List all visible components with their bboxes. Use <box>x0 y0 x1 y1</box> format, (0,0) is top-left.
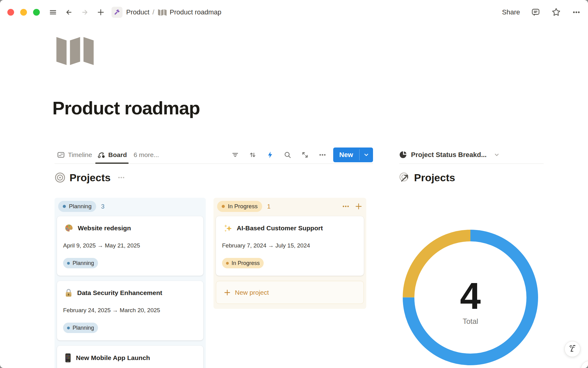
new-button-label: New <box>333 148 359 162</box>
mobile-phone-icon <box>64 353 72 363</box>
board-column-planning: Planning 3 Website redesign April 9, 202… <box>55 198 206 368</box>
project-card-data-security[interactable]: Data Security Enhancement February 24, 2… <box>57 281 203 340</box>
new-tab-icon[interactable] <box>96 7 106 17</box>
card-status-tag: Planning <box>63 323 98 333</box>
project-card-website-redesign[interactable]: Website redesign April 9, 2025 → May 21,… <box>57 216 203 276</box>
project-card-mobile-app[interactable]: New Mobile App Launch May 1, 2025 → May … <box>57 346 203 368</box>
status-dot <box>63 205 66 208</box>
card-status-tag: Planning <box>63 258 98 268</box>
back-icon[interactable] <box>64 7 74 17</box>
map-icon-small <box>158 9 167 16</box>
column-header-actions <box>342 202 363 210</box>
card-date-range: April 9, 2025 → May 21, 2025 <box>63 242 197 249</box>
group-label: In Progress <box>228 203 258 210</box>
lock-icon <box>64 288 73 297</box>
card-title: Website redesign <box>78 224 131 232</box>
card-status-label: In Progress <box>232 260 260 266</box>
automations-lightning-icon[interactable] <box>266 151 274 159</box>
chart-view-selector-label: Project Status Breakd... <box>411 151 487 159</box>
card-status-label: Planning <box>73 325 94 331</box>
floating-button-partial[interactable] <box>581 361 588 368</box>
zoom-button[interactable] <box>33 9 40 16</box>
notion-ai-face-button[interactable] <box>564 341 580 357</box>
tab-board-label: Board <box>108 151 127 159</box>
ai-face-icon <box>568 344 577 354</box>
share-button[interactable]: Share <box>502 8 520 16</box>
workspace-icon[interactable] <box>111 7 123 18</box>
status-dot <box>67 262 70 265</box>
new-button-chevron-down-icon[interactable] <box>360 148 373 162</box>
topbar-actions: Share <box>502 7 581 17</box>
chart-selector-chevron-down-icon <box>493 151 500 158</box>
sparkles-icon <box>223 224 232 233</box>
page-title[interactable]: Product roadmap <box>52 98 200 119</box>
card-title: New Mobile App Launch <box>76 354 150 362</box>
card-date-range: February 7, 2024 → July 15, 2024 <box>222 242 358 249</box>
close-button[interactable] <box>7 9 14 16</box>
card-title: Data Security Enhancement <box>77 289 162 297</box>
favorite-star-icon[interactable] <box>551 7 561 17</box>
column-header-in-progress: In Progress 1 <box>216 200 364 213</box>
linked-target-arrow-icon <box>399 172 410 183</box>
group-pill-in-progress[interactable]: In Progress <box>217 201 262 212</box>
chart-section-title: Projects <box>414 172 455 184</box>
timeline-view-icon <box>57 151 65 159</box>
chart-section-header: Projects <box>399 171 455 185</box>
status-dot <box>222 205 225 208</box>
artist-palette-icon <box>64 224 74 233</box>
card-date-range: February 24, 2025 → March 20, 2025 <box>63 307 197 314</box>
view-actions <box>231 151 326 159</box>
chart-toolbar: Project Status Breakd... <box>399 146 544 164</box>
target-icon <box>55 172 66 183</box>
sidebar-toggle-icon[interactable] <box>48 7 58 17</box>
view-toolbar: Timeline Board 6 more... <box>55 146 373 164</box>
chart-view-selector[interactable]: Project Status Breakd... <box>399 151 500 159</box>
column-count: 3 <box>101 203 104 210</box>
more-views-link[interactable]: 6 more... <box>134 151 159 159</box>
column-more-options-icon[interactable] <box>342 202 350 210</box>
board-section-menu-icon[interactable] <box>118 174 125 181</box>
card-status-tag: In Progress <box>222 258 264 268</box>
minimize-button[interactable] <box>20 9 27 16</box>
board-column-in-progress: In Progress 1 AI-Based Customer Suppor <box>213 198 366 309</box>
group-label: Planning <box>69 203 92 210</box>
card-status-label: Planning <box>73 260 94 266</box>
view-more-options-icon[interactable] <box>318 151 326 159</box>
breadcrumb-root[interactable]: Product <box>126 8 149 16</box>
pie-chart-icon <box>399 151 407 159</box>
search-icon[interactable] <box>284 151 292 159</box>
more-options-icon[interactable] <box>572 8 581 17</box>
board-section-title: Projects <box>70 172 111 184</box>
project-card-ai-support[interactable]: AI-Based Customer Support February 7, 20… <box>216 216 364 276</box>
tab-timeline-label: Timeline <box>68 151 92 159</box>
hammer-icon <box>114 9 120 16</box>
plus-icon <box>224 289 231 296</box>
tab-timeline[interactable]: Timeline <box>55 146 95 163</box>
window-topbar: Product / Product roadmap Share <box>0 0 588 25</box>
card-title: AI-Based Customer Support <box>237 224 323 232</box>
page-icon-map[interactable] <box>56 36 94 65</box>
group-pill-planning[interactable]: Planning <box>58 201 96 212</box>
breadcrumb-current[interactable]: Product roadmap <box>170 8 221 16</box>
status-dot <box>67 327 70 329</box>
tab-board[interactable]: Board <box>95 146 130 163</box>
filter-icon[interactable] <box>231 151 239 159</box>
notion-window: Product / Product roadmap Share <box>0 0 588 368</box>
new-button[interactable]: New <box>333 148 373 162</box>
column-add-card-icon[interactable] <box>355 202 363 210</box>
status-dot <box>226 262 229 265</box>
board-view-icon <box>97 151 105 159</box>
expand-icon[interactable] <box>301 151 309 159</box>
status-donut-chart <box>400 227 541 368</box>
comments-icon[interactable] <box>531 8 540 17</box>
sort-icon[interactable] <box>249 151 257 159</box>
board-section-header: Projects <box>55 171 125 185</box>
breadcrumb-separator: / <box>153 8 154 16</box>
new-project-button[interactable]: New project <box>216 281 364 304</box>
column-header-planning: Planning 3 <box>57 200 203 213</box>
new-project-label: New project <box>235 289 269 296</box>
column-count: 1 <box>267 203 270 210</box>
traffic-lights <box>7 9 40 16</box>
forward-icon[interactable] <box>80 7 90 17</box>
